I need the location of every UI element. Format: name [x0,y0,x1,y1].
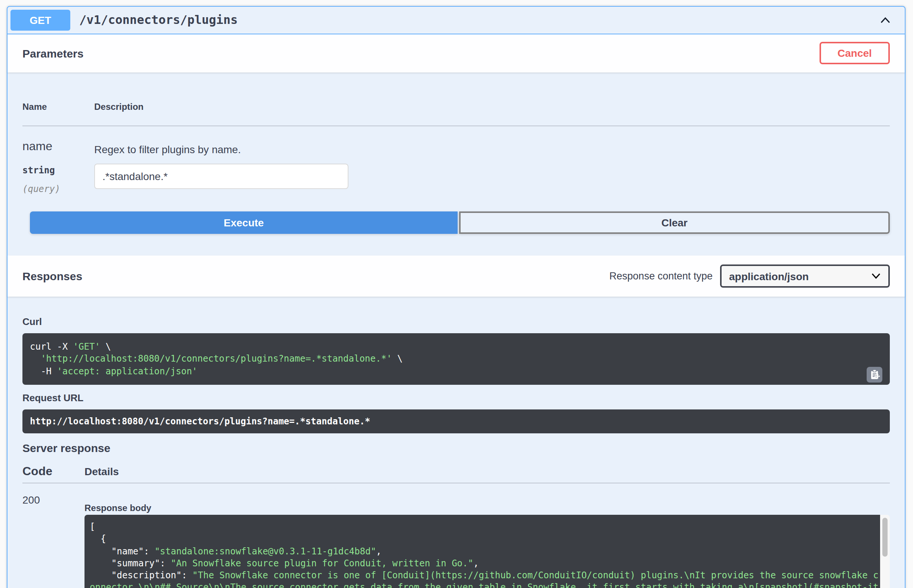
parameters-header: Parameters Cancel [8,34,905,72]
responses-title: Responses [23,270,82,283]
responses-header: Responses Response content type applicat… [8,255,905,297]
response-body-block: [ { "name": "standalone:snowflake@v0.3.1… [84,515,890,588]
request-url: http://localhost:8080/v1/connectors/plug… [30,415,882,428]
response-body-code-area: [ { "name": "standalone:snowflake@v0.3.1… [84,515,880,588]
execute-row: Execute Clear [30,212,890,234]
cancel-button[interactable]: Cancel [819,42,890,64]
details-column-header: Details [84,465,119,477]
parameters-table-head: Name Description [23,87,890,126]
name-column-header: Name [23,101,94,112]
operation-path: /v1/connectors/plugins [79,13,238,27]
server-response-label: Server response [23,441,890,455]
method-badge: GET [10,9,70,30]
parameter-row: name string (query) Regex to filter plug… [23,126,890,194]
parameter-location: (query) [23,183,94,194]
response-content-type-label: Response content type [609,270,712,282]
responses-body: Curl curl -X 'GET' \ 'http://localhost:8… [8,297,905,588]
curl-command-block: curl -X 'GET' \ 'http://localhost:8080/v… [23,333,890,385]
clear-button[interactable]: Clear [459,212,890,234]
execute-button[interactable]: Execute [30,212,458,234]
chevron-down-icon [871,273,881,279]
parameter-name-cell: name string (query) [23,139,94,194]
scrollbar-thumb[interactable] [882,518,887,557]
code-column-header: Code [23,464,84,478]
responses-table-head: Code Details [23,464,890,483]
response-body-scrollbar[interactable] [880,515,890,588]
operation-summary[interactable]: GET /v1/connectors/plugins [8,6,905,34]
parameters-table: Name Description name string (query) Reg… [8,72,905,255]
parameter-value-input[interactable] [94,163,348,189]
copy-to-clipboard-button[interactable] [867,367,882,383]
response-content-type-value: application/json [729,270,809,282]
clipboard-icon [869,369,880,380]
parameter-description-cell: Regex to filter plugins by name. [94,139,348,194]
description-column-header: Description [94,101,144,112]
curl-command: curl -X 'GET' \ 'http://localhost:8080/v… [30,341,882,377]
response-body: [ { "name": "standalone:snowflake@v0.3.1… [84,515,880,588]
collapse-button[interactable] [876,11,894,29]
parameter-name: name [23,139,94,153]
response-content-type-group: Response content type application/json [609,265,890,288]
request-url-block: http://localhost:8080/v1/connectors/plug… [23,409,890,434]
curl-label: Curl [23,316,890,327]
parameter-description: Regex to filter plugins by name. [94,142,348,157]
opblock-get: GET /v1/connectors/plugins Parameters Ca… [7,6,905,588]
swagger-operation-page: GET /v1/connectors/plugins Parameters Ca… [0,0,913,588]
response-body-label: Response body [84,503,890,513]
parameters-title: Parameters [23,47,83,60]
response-row: 200 Response body [ { "name": "standalon… [23,483,890,588]
response-code: 200 [23,494,84,588]
request-url-label: Request URL [23,392,890,404]
response-content-type-select[interactable]: application/json [720,265,890,288]
parameter-type: string [23,165,94,175]
response-details-cell: Response body [ { "name": "standalone:sn… [84,494,890,588]
chevron-up-icon [878,12,893,27]
